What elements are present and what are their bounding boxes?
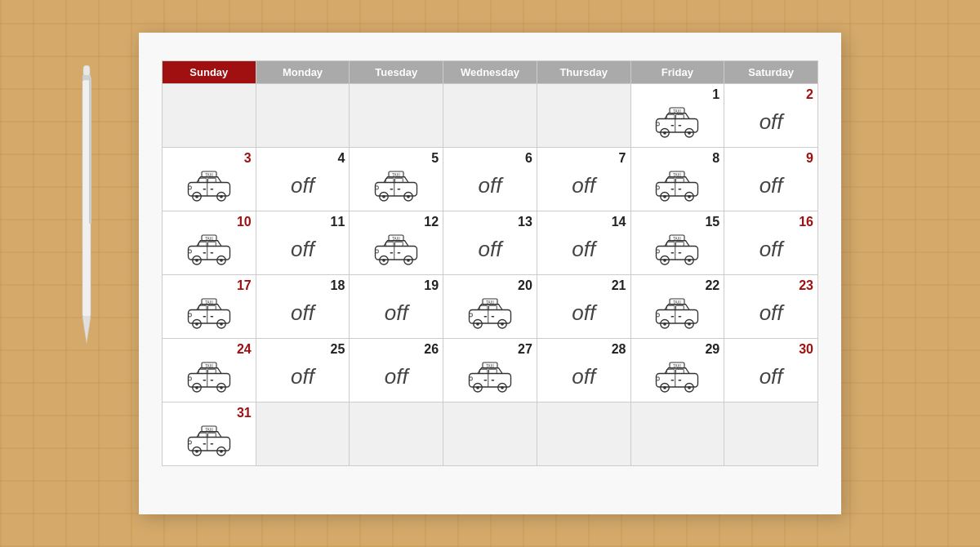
- svg-marker-4: [82, 317, 91, 343]
- calendar-cell: [537, 84, 630, 148]
- svg-rect-85: [657, 246, 698, 260]
- svg-rect-176: [188, 437, 229, 451]
- calendar-cell: [630, 402, 724, 466]
- svg-rect-172: [671, 380, 675, 381]
- svg-rect-20: [188, 182, 229, 196]
- svg-rect-139: [207, 369, 216, 373]
- taxi-icon: TAXI: [653, 106, 702, 139]
- svg-point-91: [688, 258, 691, 261]
- svg-point-77: [382, 258, 385, 261]
- calendar-cell: 18off: [256, 275, 350, 339]
- header-wednesday: Wednesday: [443, 61, 537, 84]
- svg-rect-59: [188, 246, 229, 260]
- svg-point-130: [688, 322, 691, 325]
- header-friday: Friday: [630, 61, 724, 84]
- svg-point-51: [663, 194, 666, 198]
- svg-rect-159: [483, 380, 487, 381]
- svg-rect-30: [210, 189, 213, 190]
- svg-rect-108: [210, 316, 213, 318]
- calendar-cell: 2off: [724, 84, 818, 148]
- taxi-icon: TAXI: [653, 361, 702, 394]
- header-tuesday: Tuesday: [350, 61, 443, 84]
- calendar-cell: 13off: [443, 211, 537, 275]
- svg-rect-163: [657, 373, 698, 387]
- calendar-cell: 8 TAXI: [630, 148, 724, 211]
- header-monday: Monday: [256, 61, 350, 84]
- svg-rect-56: [679, 189, 682, 190]
- off-label: off: [760, 300, 783, 326]
- svg-rect-133: [671, 316, 675, 318]
- calendar-cell: 12 TAXI: [350, 211, 443, 275]
- day-number: 27: [448, 342, 532, 357]
- svg-rect-107: [203, 316, 206, 318]
- svg-point-142: [195, 385, 198, 389]
- svg-point-103: [195, 322, 198, 325]
- svg-point-181: [195, 449, 198, 452]
- svg-rect-152: [488, 369, 497, 373]
- svg-point-39: [407, 194, 410, 198]
- calendar-cell: 19off: [350, 275, 443, 339]
- calendar-cell: 15 TAXI: [630, 211, 724, 275]
- svg-rect-147: [210, 380, 213, 381]
- taxi-icon: TAXI: [653, 297, 702, 330]
- calendar-week-5: 24 TAXI: [163, 339, 818, 402]
- off-label: off: [572, 173, 595, 198]
- svg-rect-113: [488, 305, 497, 309]
- off-label: off: [572, 364, 595, 389]
- svg-rect-185: [203, 443, 206, 445]
- svg-point-38: [382, 194, 385, 198]
- day-number: 6: [448, 151, 532, 166]
- svg-rect-42: [390, 189, 394, 190]
- calendar-week-6: 31 TAXI: [163, 402, 818, 466]
- taxi-icon: TAXI: [185, 361, 234, 394]
- calendar-cell: 3 TAXI: [163, 148, 256, 211]
- svg-rect-87: [676, 242, 684, 246]
- svg-rect-55: [671, 189, 675, 190]
- taxi-icon: TAXI: [185, 233, 234, 266]
- svg-point-182: [220, 449, 223, 452]
- svg-rect-137: [188, 373, 229, 387]
- svg-rect-150: [469, 373, 510, 387]
- taxi-icon: TAXI: [185, 425, 234, 457]
- calendar-cell: [350, 402, 443, 466]
- header-thursday: Thursday: [537, 61, 630, 84]
- off-label: off: [760, 237, 783, 262]
- calendar-table: SundayMondayTuesdayWednesdayThursdayFrid…: [162, 60, 818, 466]
- svg-point-116: [476, 322, 479, 325]
- svg-rect-120: [483, 316, 487, 318]
- day-number: 16: [728, 215, 813, 229]
- day-number: 22: [635, 278, 720, 293]
- svg-point-168: [663, 385, 666, 389]
- day-number: 28: [541, 342, 626, 357]
- day-number: 9: [728, 151, 813, 166]
- calendar-cell: 31 TAXI: [163, 402, 256, 466]
- svg-rect-134: [679, 316, 682, 318]
- svg-point-52: [688, 194, 691, 198]
- svg-point-26: [220, 194, 223, 198]
- svg-rect-68: [203, 252, 206, 254]
- day-number: 20: [448, 278, 532, 293]
- svg-rect-95: [679, 252, 682, 254]
- day-number: 25: [261, 342, 345, 357]
- off-label: off: [291, 173, 314, 198]
- calendar-cell: 30off: [724, 339, 818, 402]
- day-number: 2: [728, 87, 813, 102]
- off-label: off: [572, 237, 595, 262]
- svg-rect-82: [398, 252, 401, 254]
- taxi-icon: TAXI: [653, 233, 702, 266]
- calendar-cell: [256, 84, 350, 148]
- svg-point-129: [663, 322, 666, 325]
- svg-rect-178: [207, 433, 216, 437]
- off-label: off: [291, 364, 314, 389]
- calendar-paper: SundayMondayTuesdayWednesdayThursdayFrid…: [139, 33, 841, 514]
- svg-rect-100: [207, 305, 216, 309]
- taxi-icon: TAXI: [466, 297, 514, 330]
- svg-rect-0: [83, 65, 90, 77]
- svg-point-117: [501, 322, 504, 325]
- svg-point-169: [688, 385, 691, 389]
- day-number: 19: [354, 278, 439, 293]
- svg-rect-33: [376, 182, 417, 196]
- day-number: 21: [541, 278, 626, 293]
- svg-point-104: [220, 322, 223, 325]
- svg-point-12: [663, 131, 666, 134]
